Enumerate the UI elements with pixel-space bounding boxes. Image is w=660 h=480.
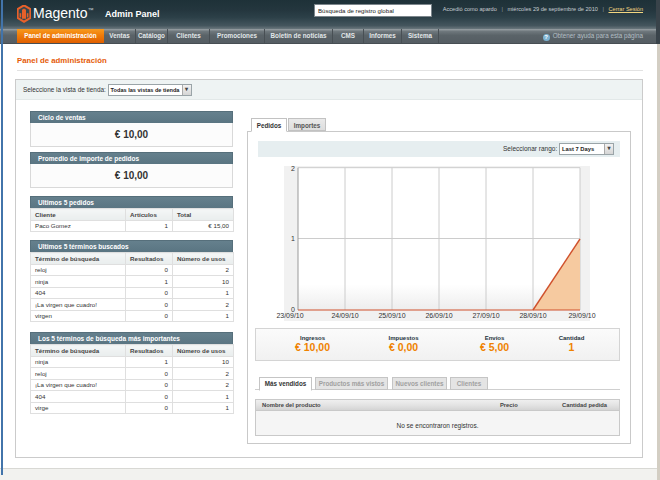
svg-text:24/09/10: 24/09/10 (331, 312, 358, 319)
svg-text:26/09/10: 26/09/10 (425, 312, 452, 319)
svg-text:23/09/10: 23/09/10 (276, 312, 303, 319)
svg-text:29/09/10: 29/09/10 (568, 312, 595, 319)
svg-text:28/09/10: 28/09/10 (519, 312, 546, 319)
svg-text:27/09/10: 27/09/10 (472, 312, 499, 319)
svg-text:25/09/10: 25/09/10 (378, 312, 405, 319)
svg-text:2: 2 (291, 165, 295, 172)
svg-text:1: 1 (291, 235, 295, 242)
